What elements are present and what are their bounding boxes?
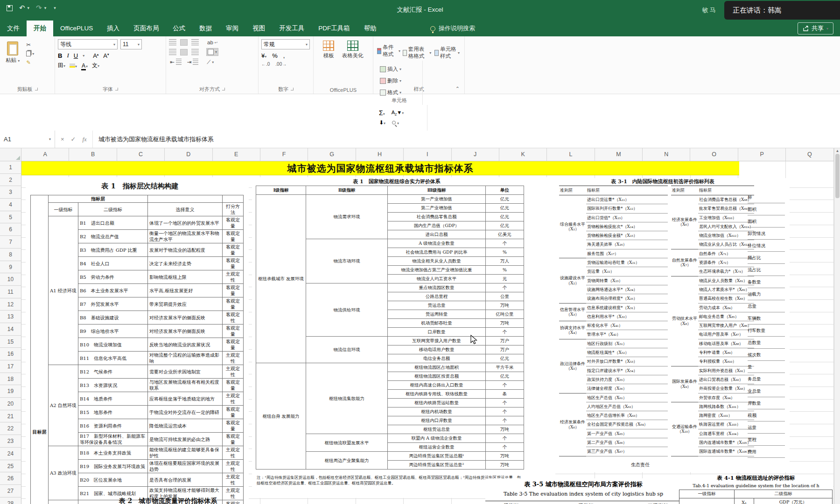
beautify-button[interactable]: 表格美化 <box>339 39 366 60</box>
ribbon-tab[interactable]: 开始 <box>27 21 53 36</box>
row-header[interactable]: 10 <box>0 273 21 286</box>
row-header[interactable]: 5 <box>0 211 21 224</box>
font-size-select[interactable]: 11▾ <box>120 39 142 49</box>
merge-center-button[interactable]: ▾ <box>206 48 218 56</box>
copy-button[interactable]: ▾ <box>25 50 35 57</box>
accounting-format-button[interactable]: ¥▾ <box>261 52 266 59</box>
collapse-ribbon-icon[interactable]: ⌃ <box>455 86 460 92</box>
column-header[interactable]: P <box>738 148 786 161</box>
row-header[interactable]: 4 <box>0 199 21 211</box>
insert-cells-button[interactable]: 插入▾ <box>379 65 420 73</box>
align-top-button[interactable] <box>169 39 176 46</box>
align-middle-button[interactable] <box>180 39 188 46</box>
row-header[interactable]: 24 <box>0 448 21 460</box>
fill-color-button[interactable]: ▾ <box>70 62 77 69</box>
column-header[interactable]: B <box>69 148 117 161</box>
formula-input[interactable]: 城市被选为国家物流枢纽承载城市指标体系 <box>93 131 840 148</box>
increase-decimal-button[interactable]: ←.0 <box>261 62 270 67</box>
row-header[interactable]: 22 <box>0 422 21 435</box>
row-header[interactable]: 17 <box>0 360 21 373</box>
row-header[interactable]: 18 <box>0 373 21 386</box>
comma-button[interactable]: , <box>283 52 285 59</box>
underline-button[interactable]: U <box>74 52 78 59</box>
cell-a1-title[interactable]: 城市被选为国家物流枢纽承载城市指标体系 <box>21 161 739 175</box>
row-header[interactable]: 3 <box>0 186 21 199</box>
column-header[interactable]: G <box>308 148 356 161</box>
align-right-button[interactable] <box>191 49 199 55</box>
scroll-up-icon[interactable]: ▲ <box>834 148 840 154</box>
clipboard-dialog-launcher[interactable] <box>35 88 38 90</box>
cell-styles-button[interactable]: 单元格样式▾ <box>434 45 461 60</box>
ribbon-tab[interactable]: OfficePLUS <box>53 21 100 36</box>
column-header[interactable]: N <box>643 148 690 161</box>
row-header[interactable]: 25 <box>0 460 21 473</box>
ribbon-tab[interactable]: 审阅 <box>219 21 245 36</box>
column-header[interactable]: A <box>21 148 69 161</box>
ribbon-tab[interactable]: 开发工具 <box>272 21 311 36</box>
column-header[interactable]: F <box>260 148 308 161</box>
column-header[interactable]: H <box>356 148 404 161</box>
decrease-indent-button[interactable]: ⇤ <box>169 58 182 66</box>
underline-dropdown-icon[interactable]: ▾ <box>83 54 84 58</box>
row-header[interactable]: 12 <box>0 298 21 311</box>
column-header[interactable]: K <box>499 148 547 161</box>
format-cells-button[interactable]: 格式▾ <box>379 89 420 97</box>
row-header[interactable]: 28 <box>0 497 21 504</box>
row-header[interactable]: 21 <box>0 410 21 423</box>
row-header[interactable]: 15 <box>0 336 21 348</box>
account-user[interactable]: 敏 马 <box>702 6 716 14</box>
grow-font-button[interactable]: A▴ <box>93 52 98 59</box>
alignment-dialog-launcher[interactable] <box>222 88 225 90</box>
orientation-button[interactable]: ⟋▾ <box>206 59 215 66</box>
templates-button[interactable]: 模板 <box>320 39 337 60</box>
row-header[interactable]: 14 <box>0 323 21 336</box>
shrink-font-button[interactable]: A▾ <box>103 52 109 59</box>
number-format-select[interactable]: 常规▾ <box>261 39 310 49</box>
column-header[interactable]: Q <box>786 148 833 161</box>
bold-button[interactable]: B <box>58 52 62 59</box>
column-header[interactable]: L <box>547 148 595 161</box>
paste-button[interactable]: 粘贴 ▾ <box>3 40 22 65</box>
row-header[interactable]: 6 <box>0 223 21 236</box>
ribbon-tab[interactable]: 文件 <box>0 21 27 36</box>
select-all-button[interactable] <box>0 148 21 161</box>
row-header[interactable]: 7 <box>0 236 21 249</box>
font-name-select[interactable]: 等线▾ <box>58 39 118 49</box>
vertical-scroll-thumb[interactable] <box>835 154 840 198</box>
row-header[interactable]: 19 <box>0 385 21 398</box>
delete-cells-button[interactable]: 删除▾ <box>379 77 420 85</box>
row-header[interactable]: 8 <box>0 249 21 261</box>
row-header[interactable]: 2 <box>0 174 21 186</box>
row-header[interactable]: 27 <box>0 485 21 497</box>
row-header[interactable]: 9 <box>0 261 21 274</box>
share-dropdown-icon[interactable]: ▾ <box>826 27 828 31</box>
row-header[interactable]: 1 <box>0 161 21 174</box>
ribbon-tab[interactable]: 帮助 <box>357 21 384 36</box>
autosum-button[interactable]: Σ▾ <box>379 109 385 117</box>
font-color-button[interactable]: A▾ <box>81 62 88 69</box>
increase-indent-button[interactable]: ⇥ <box>186 58 200 66</box>
row-header[interactable]: 16 <box>0 348 21 360</box>
ribbon-tab[interactable]: 公式 <box>166 21 192 36</box>
ribbon-tab[interactable]: PDF工具箱 <box>311 21 357 36</box>
decrease-decimal-button[interactable]: .00→ <box>275 62 287 67</box>
column-header[interactable]: E <box>213 148 260 161</box>
find-select-button[interactable]: ▾ <box>392 119 399 126</box>
column-header[interactable]: C <box>117 148 165 161</box>
format-as-table-button[interactable]: 套用表格格式▾ <box>402 45 432 60</box>
align-center-button[interactable] <box>180 49 188 55</box>
conditional-format-button[interactable]: 条件格式▾ 套用表格格式▾ 单元格样式▾ 样式 <box>376 41 462 61</box>
row-header[interactable]: 23 <box>0 435 21 448</box>
row-header[interactable]: 13 <box>0 311 21 323</box>
name-box[interactable]: A1▾ <box>0 131 55 148</box>
borders-button[interactable]: 田▾ <box>58 62 65 69</box>
cut-button[interactable]: ✂ <box>25 41 35 48</box>
ribbon-tab[interactable]: 视图 <box>245 21 272 36</box>
row-header[interactable]: 26 <box>0 472 21 485</box>
column-header[interactable]: I <box>404 148 451 161</box>
align-left-button[interactable] <box>169 49 176 55</box>
row-header[interactable]: 11 <box>0 286 21 298</box>
italic-button[interactable]: I <box>67 52 69 59</box>
vertical-scrollbar[interactable]: ▲ ▼ <box>834 148 840 504</box>
ribbon-tab[interactable]: 数据 <box>192 21 219 36</box>
